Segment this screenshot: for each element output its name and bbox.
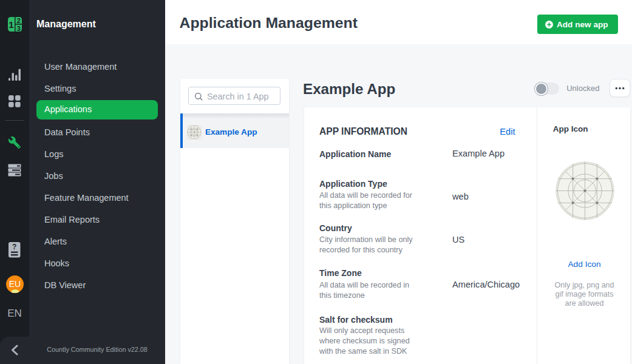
- svg-text:2: 2: [17, 17, 21, 24]
- svg-text:3: 3: [17, 25, 21, 32]
- svg-text:?: ?: [12, 243, 16, 251]
- svg-text:1: 1: [8, 19, 13, 30]
